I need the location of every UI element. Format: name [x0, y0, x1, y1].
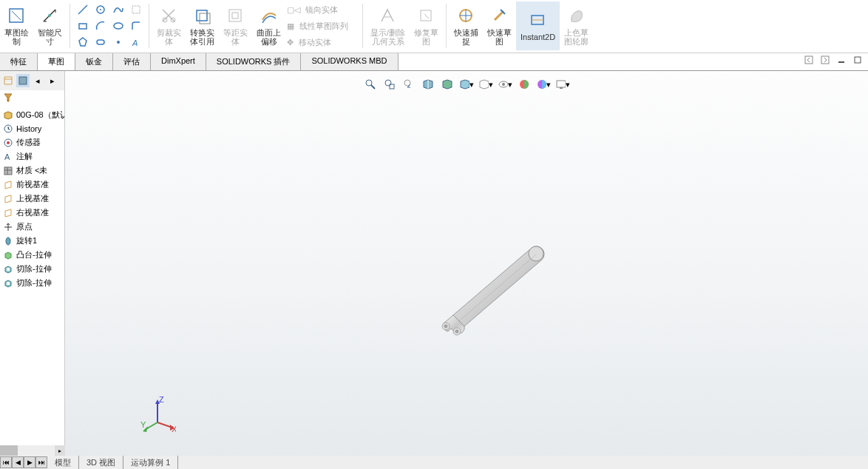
tree-cut-extrude2[interactable]: 切除-拉伸 — [0, 276, 64, 290]
tree-boss-extrude[interactable]: 凸台-拉伸 — [0, 248, 64, 262]
tree-front-plane[interactable]: 前视基准 — [0, 178, 64, 192]
appearance-icon[interactable] — [517, 77, 532, 92]
smart-dimension-button[interactable]: 智能尺 寸 — [33, 1, 67, 50]
show-hide-button[interactable]: 显示/删除 几何关系 — [366, 1, 410, 50]
tab-sketch[interactable]: 草图 — [38, 53, 75, 70]
tab-dimxpert[interactable]: DimXpert — [151, 53, 206, 70]
tree-right-plane[interactable]: 右视基准 — [0, 206, 64, 220]
bottom-tab-model[interactable]: 模型 — [47, 456, 79, 470]
fillet-tool[interactable] — [128, 18, 144, 33]
section-view-icon[interactable] — [421, 77, 435, 92]
tab-mbd[interactable]: SOLIDWORKS MBD — [301, 53, 398, 70]
filter-icon[interactable] — [3, 92, 13, 103]
hide-show-icon[interactable]: ▾ — [478, 77, 493, 92]
svg-rect-14 — [200, 13, 210, 24]
tree-item-label: 注解 — [16, 151, 33, 162]
circle-tool[interactable] — [92, 2, 109, 17]
tree-item-label: 凸台-拉伸 — [16, 249, 52, 260]
polygon-tool[interactable] — [75, 35, 91, 50]
sensor-icon — [3, 138, 13, 148]
scrollbar-thumb[interactable] — [0, 445, 18, 456]
next-window-icon[interactable] — [819, 55, 831, 65]
sidebar-scrollbar[interactable]: ▸ — [0, 445, 65, 456]
svg-rect-8 — [97, 40, 104, 44]
view-settings-icon[interactable]: ▾ — [555, 77, 570, 92]
tree-annotations[interactable]: A注解 — [0, 149, 64, 163]
rapid-sketch-button[interactable]: 快速草 图 — [483, 1, 516, 50]
repair-label: 修复草 图 — [414, 28, 438, 46]
window-controls — [803, 55, 864, 65]
tree-history[interactable]: History — [0, 122, 64, 135]
cut-icon — [3, 264, 13, 274]
tree-sensors[interactable]: 传感器 — [0, 135, 64, 149]
plane-icon — [3, 208, 13, 218]
quick-snap-label: 快速捕 捉 — [454, 28, 478, 46]
instant2d-button[interactable]: Instant2D — [516, 1, 560, 50]
rect-dots-tool[interactable] — [128, 2, 144, 17]
first-sheet-icon[interactable]: ⏮ — [0, 456, 12, 468]
prev-sheet-icon[interactable]: ◀ — [12, 456, 24, 468]
tab-evaluate[interactable]: 评估 — [113, 53, 151, 70]
3d-viewport[interactable]: ▾ ▾ ▾ ▾ ▾ — [65, 71, 868, 456]
minimize-icon[interactable] — [835, 55, 847, 65]
svg-rect-28 — [4, 167, 12, 175]
color-contour-button[interactable]: 上色草 图轮廓 — [560, 1, 593, 50]
eye-icon[interactable]: ▾ — [498, 77, 512, 92]
property-tab-icon[interactable] — [16, 74, 30, 87]
line-tool[interactable] — [75, 2, 91, 17]
feature-tabs: 特征 草图 钣金 评估 DimXpert SOLIDWORKS 插件 SOLID… — [0, 53, 868, 71]
view-orient-icon[interactable] — [440, 77, 455, 92]
tree-material[interactable]: 材质 <未 — [0, 163, 64, 178]
orientation-triad[interactable]: Z Y X — [139, 397, 176, 433]
dimension-icon — [40, 6, 61, 27]
spline-tool[interactable] — [110, 2, 126, 17]
svg-rect-23 — [19, 77, 27, 84]
last-sheet-icon[interactable]: ⏭ — [35, 456, 47, 468]
tree-revolve1[interactable]: 旋转1 — [0, 234, 64, 248]
feature-tree-tab-icon[interactable] — [1, 74, 15, 87]
bottom-tab-3dview[interactable]: 3D 视图 — [79, 456, 123, 470]
sketch-edit-button[interactable]: 草图绘 制 — [0, 1, 33, 50]
maximize-icon[interactable] — [852, 55, 864, 65]
trim-button[interactable]: 剪裁实 体 — [152, 1, 186, 50]
side-panel-tabs: ◂ ▸ — [0, 71, 64, 90]
zoom-fit-icon[interactable] — [363, 77, 378, 92]
tab-sheetmetal[interactable]: 钣金 — [75, 53, 113, 70]
tree-top-plane[interactable]: 上视基准 — [0, 192, 64, 206]
nav-right-icon[interactable]: ▸ — [46, 74, 59, 87]
prev-view-icon[interactable] — [401, 77, 416, 92]
convert-button[interactable]: 转换实 体引用 — [186, 1, 219, 50]
scroll-right-icon[interactable]: ▸ — [55, 445, 65, 456]
tree-item-label: 右视基准 — [16, 207, 49, 218]
tree-cut-extrude1[interactable]: 切除-拉伸 — [0, 262, 64, 276]
surface-offset-button[interactable]: 曲面上 偏移 — [252, 1, 285, 50]
offset-button[interactable]: 等距实 体 — [219, 1, 252, 50]
next-sheet-icon[interactable]: ▶ — [24, 456, 35, 468]
bottom-tab-motion[interactable]: 运动算例 1 — [123, 456, 178, 470]
rect-tool[interactable] — [75, 18, 91, 33]
svg-point-9 — [117, 41, 120, 44]
tree-item-label: 前视基准 — [16, 179, 49, 190]
svg-rect-40 — [560, 87, 563, 89]
arc-tool[interactable] — [92, 18, 109, 33]
quick-snap-button[interactable]: 快速捕 捉 — [450, 1, 483, 50]
display-style-icon[interactable]: ▾ — [459, 77, 474, 92]
tree-root-label: 00G-08（默认 — [16, 109, 64, 121]
ellipse-tool[interactable] — [110, 18, 126, 33]
point-tool[interactable] — [110, 35, 126, 50]
view-toolbar: ▾ ▾ ▾ ▾ ▾ — [363, 77, 570, 92]
svg-rect-22 — [855, 57, 861, 63]
repair-button[interactable]: 修复草 图 — [410, 1, 443, 50]
slot-tool[interactable] — [92, 35, 109, 50]
tree-root[interactable]: 00G-08（默认 — [0, 108, 64, 122]
scene-icon[interactable]: ▾ — [536, 77, 551, 92]
prev-window-icon[interactable] — [803, 55, 815, 65]
svg-text:A: A — [132, 38, 138, 47]
text-tool[interactable]: A — [128, 35, 144, 50]
instant2d-label: Instant2D — [521, 33, 555, 41]
nav-left-icon[interactable]: ◂ — [31, 74, 44, 87]
zoom-area-icon[interactable] — [382, 77, 397, 92]
tab-feature[interactable]: 特征 — [0, 53, 38, 70]
tab-addins[interactable]: SOLIDWORKS 插件 — [206, 53, 302, 70]
tree-origin[interactable]: 原点 — [0, 220, 64, 234]
